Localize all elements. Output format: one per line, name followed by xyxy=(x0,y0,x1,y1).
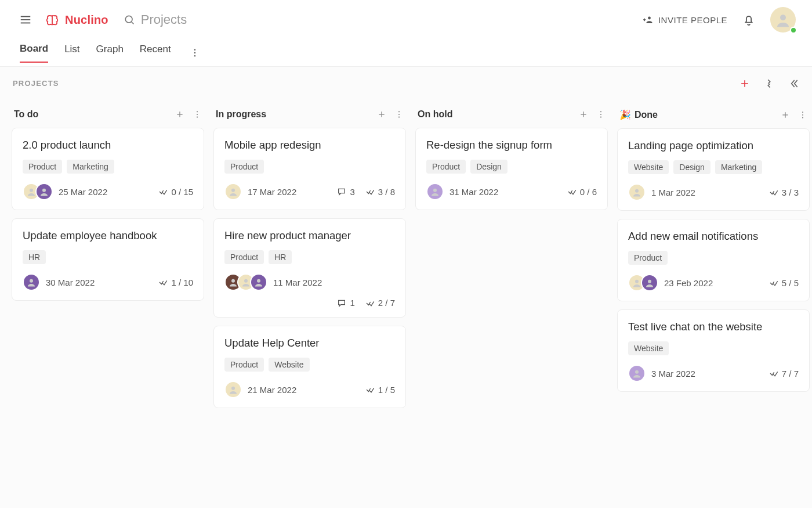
checklist-icon xyxy=(365,385,375,394)
person-add-icon xyxy=(643,15,654,25)
board-card[interactable]: Re-design the signup formProductDesign31… xyxy=(415,128,608,210)
tag-row: ProductWebsite xyxy=(224,358,395,372)
checklist-icon xyxy=(158,187,168,196)
collapse-panel-button[interactable] xyxy=(788,78,799,89)
board-card[interactable]: Mobile app redesignProduct17 Mar 202233 … xyxy=(213,128,406,210)
dots-vertical-icon xyxy=(190,48,200,58)
tag-row: ProductDesign xyxy=(426,160,597,174)
add-card-button[interactable] xyxy=(377,110,386,119)
board-card[interactable]: Add new email notificationsProduct23 Feb… xyxy=(617,219,810,301)
avatar xyxy=(224,381,242,398)
board-card[interactable]: Update employee handbookHR30 Mar 20221 /… xyxy=(12,218,204,301)
notifications-button[interactable] xyxy=(742,13,755,26)
board-card[interactable]: Landing page optimizationWebsiteDesignMa… xyxy=(617,128,810,211)
comment-icon xyxy=(337,298,346,308)
chevrons-left-icon xyxy=(788,78,799,89)
avatar xyxy=(250,273,267,291)
checklist-count: 3 / 8 xyxy=(365,187,395,197)
comment-icon xyxy=(337,187,346,196)
column-title: On hold xyxy=(418,109,452,120)
checklist-icon xyxy=(769,369,778,378)
plus-icon xyxy=(739,78,751,89)
card-date: 3 Mar 2022 xyxy=(651,369,695,379)
tag-row: ProductHR xyxy=(224,250,395,264)
checklist-count: 1 / 10 xyxy=(158,278,193,287)
kanban-board: To do2.0 product launchProductMarketing2… xyxy=(0,100,812,508)
view-more-button[interactable] xyxy=(187,45,202,60)
column-header: 🎉Done xyxy=(617,105,810,128)
search-icon xyxy=(124,14,135,26)
presence-dot xyxy=(790,27,797,34)
assignees xyxy=(628,274,658,291)
brand-name: Nuclino xyxy=(65,13,108,27)
column-menu-button[interactable] xyxy=(596,110,606,119)
tag-row: WebsiteDesignMarketing xyxy=(628,160,799,174)
card-meta: 0 / 6 xyxy=(567,187,597,197)
card-title: 2.0 product launch xyxy=(23,139,193,152)
board-card[interactable]: Test live chat on the websiteWebsite3 Ma… xyxy=(617,309,810,392)
menu-button[interactable] xyxy=(15,9,36,30)
tag: Website xyxy=(628,160,669,174)
avatar xyxy=(23,273,40,291)
tag: Marketing xyxy=(715,160,762,174)
avatar xyxy=(224,183,242,200)
tag-row: ProductMarketing xyxy=(23,160,193,174)
card-meta-row: 12 / 7 xyxy=(224,298,395,308)
tag-row: Product xyxy=(224,160,395,174)
column-menu-button[interactable] xyxy=(798,110,807,120)
checklist-icon xyxy=(769,278,778,287)
board-card[interactable]: 2.0 product launchProductMarketing25 Mar… xyxy=(12,128,204,210)
card-date: 30 Mar 2022 xyxy=(46,278,95,287)
tag: Website xyxy=(628,341,669,355)
person-icon xyxy=(774,11,792,28)
hamburger-icon xyxy=(19,13,32,26)
tag-row: Product xyxy=(628,251,799,265)
assignees xyxy=(426,183,444,200)
avatar xyxy=(628,183,646,201)
add-card-button[interactable] xyxy=(579,110,588,119)
checklist-icon xyxy=(567,187,577,196)
card-title: Add new email notifications xyxy=(628,230,799,243)
brain-icon xyxy=(44,12,60,28)
brand-logo[interactable]: Nuclino xyxy=(44,12,108,28)
tab-recent[interactable]: Recent xyxy=(140,44,171,62)
invite-people-button[interactable]: INVITE PEOPLE xyxy=(643,15,727,25)
checklist-count: 5 / 5 xyxy=(769,278,799,288)
tab-board[interactable]: Board xyxy=(20,43,48,63)
assignees xyxy=(23,183,53,200)
section-title: PROJECTS xyxy=(13,79,59,88)
card-meta: 7 / 7 xyxy=(769,369,799,379)
add-card-button[interactable] xyxy=(175,110,184,119)
tag: HR xyxy=(23,250,46,264)
checklist-count: 3 / 3 xyxy=(769,188,799,197)
tag: Product xyxy=(426,160,466,174)
add-column-button[interactable] xyxy=(739,78,751,89)
section-actions xyxy=(739,78,799,89)
avatar xyxy=(426,183,444,200)
card-meta: 5 / 5 xyxy=(769,278,799,288)
card-title: Landing page optimization xyxy=(628,139,799,152)
user-avatar[interactable] xyxy=(770,7,796,33)
tag: Product xyxy=(224,160,264,174)
add-card-button[interactable] xyxy=(781,110,790,120)
assignees xyxy=(224,273,267,291)
column-menu-button[interactable] xyxy=(394,110,404,119)
search-input[interactable]: Projects xyxy=(124,12,187,27)
column-header: On hold xyxy=(415,105,608,128)
card-title: Re-design the signup form xyxy=(426,139,597,152)
assignees xyxy=(23,273,40,291)
tag: Website xyxy=(269,358,309,372)
compact-view-button[interactable] xyxy=(763,78,775,89)
view-tabs: Board List Graph Recent xyxy=(0,39,812,66)
board-card[interactable]: Update Help CenterProductWebsite21 Mar 2… xyxy=(213,326,406,408)
tag: Design xyxy=(673,160,710,174)
tab-list[interactable]: List xyxy=(64,44,79,62)
card-date: 21 Mar 2022 xyxy=(248,385,296,395)
board-card[interactable]: Hire new product managerProductHR11 Mar … xyxy=(213,218,406,318)
checklist-count: 1 / 5 xyxy=(365,385,395,395)
column-menu-button[interactable] xyxy=(193,110,202,119)
avatar xyxy=(628,365,646,382)
tab-graph[interactable]: Graph xyxy=(96,44,124,62)
tag: Product xyxy=(628,251,668,265)
invite-label: INVITE PEOPLE xyxy=(658,15,727,25)
